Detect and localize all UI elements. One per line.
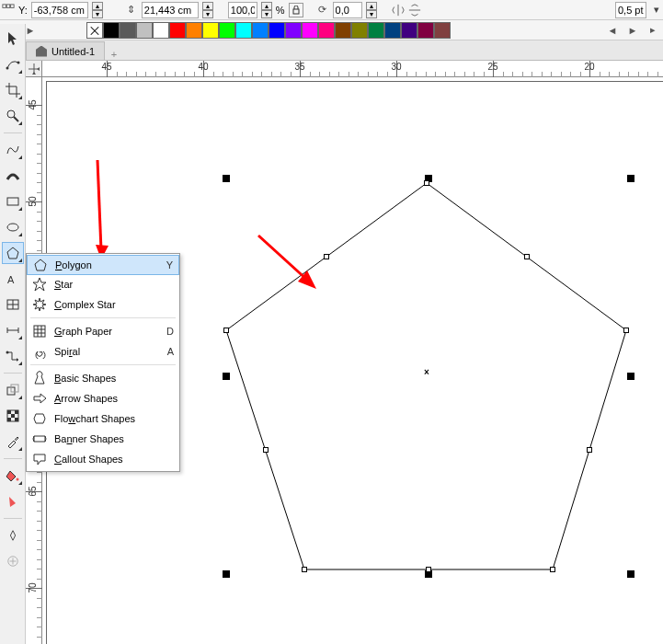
svg-point-27 [16,478,18,481]
flyout-item-spiral[interactable]: SpiralA [27,341,179,362]
flyout-item-arrow[interactable]: Arrow Shapes [27,388,179,408]
flyout-item-label: Banner Shapes [54,433,174,444]
angle-input[interactable] [333,2,362,18]
lock-aspect-button[interactable] [289,3,303,17]
ruler-origin[interactable] [26,61,42,77]
edge-node[interactable] [324,254,329,259]
flyout-item-callout[interactable]: Callout Shapes [27,449,179,469]
flyout-item-banner[interactable]: Banner Shapes [27,429,179,449]
ruler-horizontal[interactable]: 45403530252015 [42,61,663,77]
zoom-tool[interactable] [2,105,24,127]
selection-handle[interactable] [627,373,634,380]
svg-point-5 [17,62,19,64]
eyedropper-tool[interactable] [2,431,24,453]
effects-tool[interactable] [2,379,24,401]
svg-rect-8 [7,198,18,205]
flyout-item-graph[interactable]: Graph PaperD [27,321,179,341]
flyout-item-complex-star[interactable]: Complex Star [27,294,179,315]
dimension-tool[interactable] [2,319,24,341]
vertex-node[interactable] [623,328,629,333]
vertex-node[interactable] [424,180,429,186]
crop-tool[interactable] [2,79,24,101]
palette-scroll-left-icon[interactable]: ◄ [602,21,623,40]
palette-scroll-right-icon[interactable]: ► [623,21,643,40]
h-spinner[interactable]: ▴▾ [202,2,213,18]
color-swatch[interactable] [351,22,368,39]
color-swatch[interactable] [186,22,202,39]
color-swatch[interactable] [120,22,136,39]
mirror-v-icon[interactable] [408,4,421,17]
selection-handle[interactable] [223,373,230,380]
artistic-media-tool[interactable] [2,165,24,187]
vertex-node[interactable] [550,567,555,572]
quick-customize-button[interactable] [2,550,24,572]
color-swatch[interactable] [269,22,285,39]
color-swatch[interactable] [103,22,120,39]
vertex-node[interactable] [302,567,307,572]
selection-handle[interactable] [627,570,634,578]
edge-node[interactable] [263,447,269,453]
edge-node[interactable] [587,447,592,453]
flyout-item-label: Arrow Shapes [54,393,174,404]
color-swatch[interactable] [417,22,434,39]
color-swatch[interactable] [202,22,219,39]
table-tool[interactable] [2,293,24,316]
smart-fill-tool[interactable] [2,490,24,512]
ellipse-tool[interactable] [2,216,24,238]
stroke-input[interactable] [615,2,646,18]
color-swatch[interactable] [302,22,318,39]
new-tab-button[interactable]: + [105,49,123,60]
fill-tool[interactable] [2,465,24,487]
y-spinner[interactable]: ▴▾ [92,2,103,18]
color-swatch[interactable] [434,22,451,39]
rectangle-tool[interactable] [2,190,24,213]
mirror-h-icon[interactable] [392,4,405,17]
no-fill-swatch[interactable] [86,22,103,39]
color-swatch[interactable] [335,22,351,39]
transparency-tool[interactable] [2,405,24,427]
pct-spinner[interactable]: ▴▾ [261,2,272,18]
color-swatch[interactable] [153,22,169,39]
flyout-item-label: Flowchart Shapes [54,413,174,424]
color-palette[interactable] [103,22,451,39]
flyout-item-star[interactable]: Star [27,274,179,294]
color-swatch[interactable] [368,22,384,39]
color-swatch[interactable] [384,22,401,39]
shortcut-label: A [167,346,174,357]
selection-handle[interactable] [627,175,634,182]
freehand-tool[interactable] [2,139,24,161]
selection-handle[interactable] [223,175,230,182]
selection-handle[interactable] [223,570,230,578]
palette-more-icon[interactable]: ▸ [643,21,663,40]
color-swatch[interactable] [219,22,235,39]
color-swatch[interactable] [285,22,302,39]
color-swatch[interactable] [169,22,186,39]
text-tool[interactable]: A [2,268,24,290]
color-swatch[interactable] [252,22,269,39]
edge-node[interactable] [426,567,431,572]
tab-untitled-1[interactable]: Untitled-1 [26,41,105,60]
pct-input[interactable] [228,2,257,18]
edge-node[interactable] [524,254,530,259]
pick-tool[interactable] [2,28,24,50]
flyout-item-polygon[interactable]: PolygonY [27,255,179,275]
color-swatch[interactable] [318,22,335,39]
angle-spinner[interactable]: ▴▾ [366,2,377,18]
color-swatch[interactable] [401,22,417,39]
flyout-item-basic[interactable]: Basic Shapes [27,368,179,388]
connector-tool[interactable] [2,345,24,367]
separator [4,373,22,374]
outline-pen-tool[interactable] [2,524,24,546]
color-swatch[interactable] [136,22,153,39]
svg-rect-24 [11,414,15,418]
y-input[interactable] [31,2,88,18]
h-input[interactable] [142,2,199,18]
vertex-node[interactable] [223,328,229,333]
flyout-item-flow[interactable]: Flowchart Shapes [27,408,179,429]
complex-star-icon [32,297,47,312]
color-swatch[interactable] [235,22,252,39]
stroke-drop-icon[interactable]: ▾ [650,4,663,17]
polygon-tool[interactable] [2,242,24,264]
flyout-item-label: Callout Shapes [54,454,174,465]
shape-edit-tool[interactable] [2,53,24,75]
